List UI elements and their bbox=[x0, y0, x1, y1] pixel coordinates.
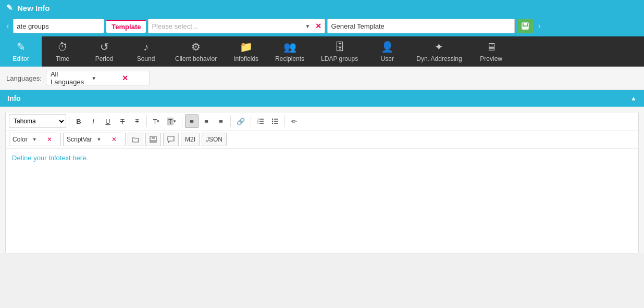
json-button[interactable]: JSON bbox=[202, 133, 227, 146]
breadcrumb-groups-input: ▼ ✕ bbox=[13, 19, 104, 33]
tab-dyn-addressing-label: Dyn. Addressing bbox=[416, 55, 462, 62]
tab-dyn-addressing[interactable]: ✦ Dyn. Addressing bbox=[408, 36, 470, 67]
svg-point-14 bbox=[272, 123, 273, 124]
json-label: JSON bbox=[206, 136, 222, 143]
scriptvar-select-wrap[interactable]: ScriptVar ▼ ✕ bbox=[63, 133, 126, 146]
tab-editor-label: Editor bbox=[13, 55, 29, 62]
underline-button[interactable]: U bbox=[101, 114, 115, 128]
editor-placeholder: Define your Infotext here. bbox=[12, 154, 88, 162]
tab-bar: ✎ Editor ⏱ Time ↺ Period ♪ Sound ⚙ Clien… bbox=[0, 36, 644, 67]
strikethrough2-button[interactable]: T bbox=[130, 114, 144, 128]
client-behavior-icon: ⚙ bbox=[191, 41, 201, 53]
ordered-list-button[interactable]: 1 2 3 bbox=[254, 114, 267, 128]
tab-user-label: User bbox=[381, 55, 394, 62]
align-center-button[interactable]: ≡ bbox=[200, 114, 213, 128]
groups-input-field[interactable] bbox=[14, 19, 104, 33]
highlight-dd: ▾ bbox=[174, 119, 176, 124]
color-dd-arrow[interactable]: ▼ bbox=[31, 137, 45, 142]
font-select[interactable]: Tahoma bbox=[9, 114, 66, 128]
align-left-button[interactable]: ≡ bbox=[185, 114, 199, 128]
divider-2 bbox=[146, 116, 147, 127]
toolbar-row1: Tahoma B I U T T T ▾ T ▾ ≡ ≡ bbox=[6, 112, 638, 131]
color-clear-btn[interactable]: ✕ bbox=[45, 136, 60, 143]
template-tab-label[interactable]: Template bbox=[106, 20, 146, 33]
strikethrough-button[interactable]: T bbox=[116, 114, 129, 128]
italic-button[interactable]: I bbox=[86, 114, 100, 128]
svg-text:3: 3 bbox=[257, 122, 259, 124]
tab-ldap-groups[interactable]: 🗄 LDAP groups bbox=[313, 36, 366, 67]
info-section-header[interactable]: Info ▲ bbox=[0, 90, 644, 107]
tab-preview-label: Preview bbox=[480, 55, 502, 62]
languages-select-wrap[interactable]: All Languages ▼ ✕ bbox=[46, 71, 150, 85]
color-value: Color bbox=[9, 136, 31, 143]
infofields-icon: 📁 bbox=[240, 41, 253, 53]
eraser-button[interactable]: ✏ bbox=[288, 114, 301, 128]
divider-1 bbox=[69, 116, 69, 127]
template-clear-btn[interactable]: ✕ bbox=[312, 22, 325, 30]
tab-period-label: Period bbox=[95, 55, 114, 62]
tab-ldap-groups-label: LDAP groups bbox=[321, 55, 358, 62]
color-select-wrap[interactable]: Color ▼ ✕ bbox=[9, 133, 61, 146]
tab-sound[interactable]: ♪ Sound bbox=[125, 36, 167, 67]
scriptvar-clear-btn[interactable]: ✕ bbox=[109, 136, 125, 143]
editor-container: Tahoma B I U T T T ▾ T ▾ ≡ ≡ bbox=[5, 112, 639, 253]
scriptvar-dd-arrow[interactable]: ▼ bbox=[95, 137, 109, 142]
info-section-collapse-icon: ▲ bbox=[630, 95, 637, 102]
languages-clear-btn[interactable]: ✕ bbox=[119, 74, 150, 82]
tab-time-label: Time bbox=[56, 55, 69, 62]
title-edit-icon: ✎ bbox=[6, 3, 13, 12]
align-right-button[interactable]: ≡ bbox=[214, 114, 228, 128]
text-color-button[interactable]: T ▾ bbox=[150, 114, 163, 128]
languages-value: All Languages bbox=[46, 70, 88, 86]
nav-next-arrow[interactable]: › bbox=[536, 21, 542, 31]
save-button[interactable] bbox=[517, 19, 534, 33]
title-bar: ✎ New Info bbox=[0, 0, 644, 16]
open-file-button[interactable] bbox=[128, 133, 143, 146]
comment-icon bbox=[167, 136, 175, 143]
tab-time[interactable]: ⏱ Time bbox=[42, 36, 83, 67]
bold-button[interactable]: B bbox=[72, 114, 85, 128]
tab-client-behavior[interactable]: ⚙ Client behavior bbox=[167, 36, 225, 67]
template-dd-arrow[interactable]: ▼ bbox=[303, 23, 313, 29]
editor-body[interactable]: Define your Infotext here. bbox=[6, 149, 638, 253]
svg-rect-17 bbox=[151, 140, 156, 142]
nav-prev-arrow[interactable]: ‹ bbox=[4, 21, 11, 31]
divider-5 bbox=[251, 116, 251, 127]
svg-rect-1 bbox=[524, 23, 527, 25]
save-file-button[interactable] bbox=[145, 133, 161, 146]
link-button[interactable]: 🔗 bbox=[233, 114, 248, 128]
tab-user[interactable]: 👤 User bbox=[366, 36, 408, 67]
template-input-field[interactable] bbox=[148, 19, 303, 33]
preview-icon: 🖥 bbox=[486, 41, 497, 53]
divider-3 bbox=[182, 116, 182, 127]
svg-rect-16 bbox=[152, 136, 155, 139]
highlight-T: T bbox=[167, 118, 174, 125]
save-icon bbox=[521, 22, 529, 30]
m2i-button[interactable]: M2I bbox=[181, 133, 200, 146]
comment-button[interactable] bbox=[163, 133, 179, 146]
nav-bar: ‹ ▼ ✕ Template ▼ ✕ › bbox=[0, 16, 644, 36]
tab-period[interactable]: ↺ Period bbox=[83, 36, 125, 67]
content-area: Languages: All Languages ▼ ✕ Info ▲ Taho… bbox=[0, 67, 644, 253]
languages-dd-arrow[interactable]: ▼ bbox=[88, 75, 119, 81]
general-template-field[interactable] bbox=[328, 19, 514, 33]
ordered-list-icon: 1 2 3 bbox=[257, 118, 264, 125]
toolbar-row2: Color ▼ ✕ ScriptVar ▼ ✕ bbox=[6, 131, 638, 149]
tab-editor[interactable]: ✎ Editor bbox=[0, 36, 42, 67]
dyn-addressing-icon: ✦ bbox=[435, 41, 443, 53]
template-select-input: ▼ ✕ bbox=[148, 19, 325, 33]
editor-icon: ✎ bbox=[17, 41, 26, 53]
page-title: New Info bbox=[17, 4, 50, 12]
tab-preview[interactable]: 🖥 Preview bbox=[470, 36, 512, 67]
user-icon: 👤 bbox=[381, 41, 394, 53]
unordered-list-icon bbox=[271, 118, 279, 125]
time-icon: ⏱ bbox=[57, 41, 68, 53]
period-icon: ↺ bbox=[100, 41, 109, 53]
tab-recipients[interactable]: 👥 Recipients bbox=[267, 36, 313, 67]
languages-bar: Languages: All Languages ▼ ✕ bbox=[0, 67, 644, 90]
general-template-input-wrap bbox=[327, 19, 515, 33]
highlight-button[interactable]: T ▾ bbox=[164, 114, 179, 128]
tab-infofields[interactable]: 📁 Infofields bbox=[225, 36, 267, 67]
tab-infofields-label: Infofields bbox=[233, 55, 258, 62]
unordered-list-button[interactable] bbox=[268, 114, 282, 128]
